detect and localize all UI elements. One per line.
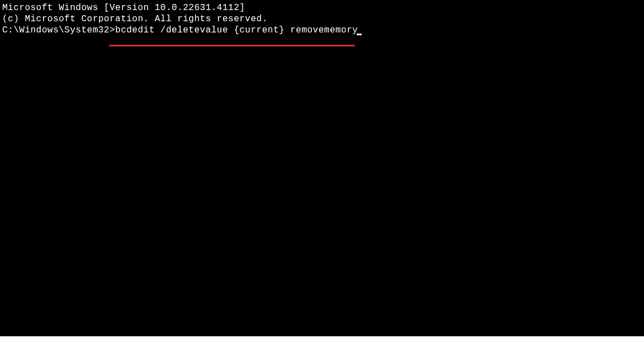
version-line: Microsoft Windows [Version 10.0.22631.41… [2, 2, 644, 13]
text-cursor [357, 34, 362, 35]
bottom-strip [0, 336, 644, 343]
command-input[interactable]: bcdedit /deletevalue {current} removemem… [115, 25, 358, 35]
annotation-underline [109, 45, 355, 46]
prompt-path: C:\Windows\System32> [2, 25, 115, 35]
terminal-output[interactable]: Microsoft Windows [Version 10.0.22631.41… [0, 0, 644, 36]
command-prompt-line[interactable]: C:\Windows\System32>bcdedit /deletevalue… [2, 25, 362, 36]
copyright-line: (c) Microsoft Corporation. All rights re… [2, 13, 644, 25]
